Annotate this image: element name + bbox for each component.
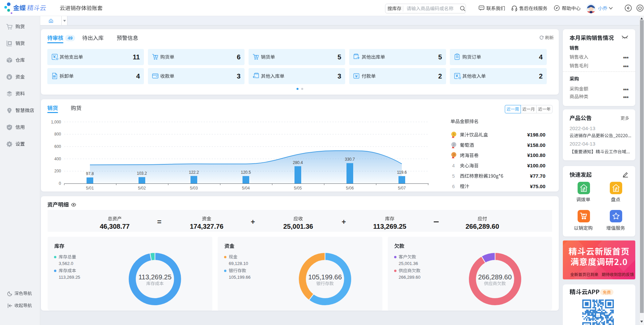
svg-text:2: 2 [453,143,454,146]
svg-text:1: 1 [453,132,454,136]
svg-text:云: 云 [597,315,599,317]
svg-text:3: 3 [453,153,454,156]
